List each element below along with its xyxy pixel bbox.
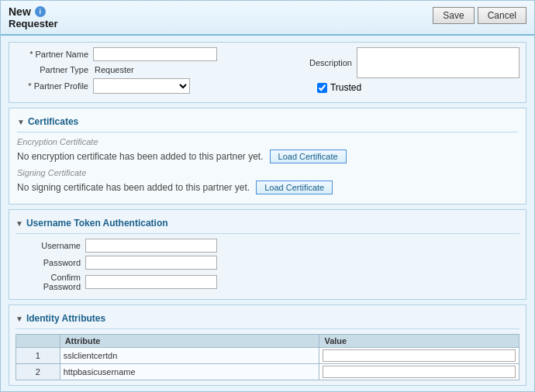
username-auth-toggle[interactable]: ▼ (16, 219, 23, 228)
partner-type-value: Requester (93, 65, 134, 74)
description-textarea[interactable] (357, 47, 519, 78)
header-title-row: New i (9, 5, 58, 18)
partner-name-label: * Partner Name (16, 50, 93, 59)
row-value-cell (319, 364, 519, 380)
signing-cert-subsection: Signing Certificate No signing certifica… (17, 168, 518, 194)
confirm-password-row: Confirm Password (16, 273, 519, 291)
signing-cert-title: Signing Certificate (17, 168, 518, 177)
partner-info-left: * Partner Name Partner Type Requester * … (16, 47, 302, 98)
identity-attributes-title: Identity Attributes (26, 313, 105, 324)
partner-profile-select[interactable] (93, 78, 190, 94)
content-area: * Partner Name Partner Type Requester * … (1, 36, 534, 391)
partner-info-right: Description Trusted (302, 47, 519, 98)
confirm-password-input[interactable] (85, 275, 217, 289)
encryption-cert-message: No encryption certificate has been added… (17, 151, 264, 162)
partner-type-row: Partner Type Requester (16, 65, 302, 74)
partner-type-label: Partner Type (16, 65, 93, 74)
password-row: Password (16, 256, 519, 270)
username-auth-header: ▼ Username Token Authentication (16, 215, 519, 234)
partner-name-input[interactable] (93, 47, 217, 61)
row-number: 2 (16, 364, 60, 380)
password-input[interactable] (85, 256, 217, 270)
username-label: Username (16, 241, 85, 250)
load-encryption-cert-button[interactable]: Load Certificate (270, 150, 347, 163)
identity-table-row: 2httpbasicusername (16, 364, 519, 380)
header: New i Requester Save Cancel (1, 1, 534, 36)
trusted-row: Trusted (309, 82, 519, 93)
encryption-cert-row: No encryption certificate has been added… (17, 150, 518, 163)
header-left: New i Requester (9, 5, 58, 29)
password-label: Password (16, 258, 85, 267)
trusted-label: Trusted (330, 82, 361, 93)
trusted-checkbox[interactable] (317, 83, 327, 93)
col-value: Value (319, 335, 519, 348)
row-value-input[interactable] (323, 366, 516, 378)
page-subtitle: Requester (9, 18, 58, 29)
confirm-password-label: Confirm Password (16, 273, 85, 291)
identity-attributes-table: Attribute Value 1sslclientcertdn2httpbas… (16, 334, 519, 380)
username-row: Username (16, 239, 519, 253)
row-value-input[interactable] (323, 349, 516, 362)
info-icon[interactable]: i (35, 6, 46, 17)
description-row: Description (309, 47, 519, 78)
partner-profile-label: * Partner Profile (16, 81, 93, 91)
identity-attributes-toggle[interactable]: ▼ (16, 315, 23, 323)
row-attribute: httpbasicusername (60, 364, 319, 380)
identity-attributes-section: ▼ Identity Attributes Attribute Value 1s… (9, 304, 526, 386)
partner-profile-row: * Partner Profile (16, 78, 302, 94)
row-number: 1 (16, 348, 60, 364)
identity-table-row: 1sslclientcertdn (16, 348, 519, 364)
partner-name-row: * Partner Name (16, 47, 302, 61)
description-label: Description (309, 58, 357, 67)
page-title-new: New (9, 5, 31, 18)
partner-info-section: * Partner Name Partner Type Requester * … (9, 42, 526, 103)
certificates-section: ▼ Certificates Encryption Certificate No… (9, 108, 526, 205)
main-container: New i Requester Save Cancel * Partner Na… (0, 0, 535, 392)
username-auth-title: Username Token Authentication (26, 218, 168, 229)
encryption-cert-title: Encryption Certificate (17, 137, 518, 146)
load-signing-cert-button[interactable]: Load Certificate (256, 181, 333, 194)
cancel-button[interactable]: Cancel (478, 7, 526, 24)
username-input[interactable] (85, 239, 217, 253)
save-button[interactable]: Save (433, 7, 474, 24)
username-auth-section: ▼ Username Token Authentication Username… (9, 209, 526, 300)
col-num (16, 335, 60, 348)
partner-info-cols: * Partner Name Partner Type Requester * … (16, 47, 519, 98)
identity-table-header-row: Attribute Value (16, 335, 519, 348)
certificates-title: Certificates (28, 116, 78, 127)
signing-cert-row: No signing certificate has been added to… (17, 181, 518, 194)
certificates-section-header: ▼ Certificates (17, 113, 518, 132)
identity-attributes-header: ▼ Identity Attributes (16, 310, 519, 329)
header-buttons: Save Cancel (433, 5, 526, 24)
certificates-toggle[interactable]: ▼ (17, 118, 25, 126)
signing-cert-message: No signing certificate has been added to… (17, 182, 250, 193)
row-attribute: sslclientcertdn (60, 348, 319, 364)
encryption-cert-subsection: Encryption Certificate No encryption cer… (17, 137, 518, 163)
col-attribute: Attribute (60, 335, 319, 348)
row-value-cell (319, 348, 519, 364)
